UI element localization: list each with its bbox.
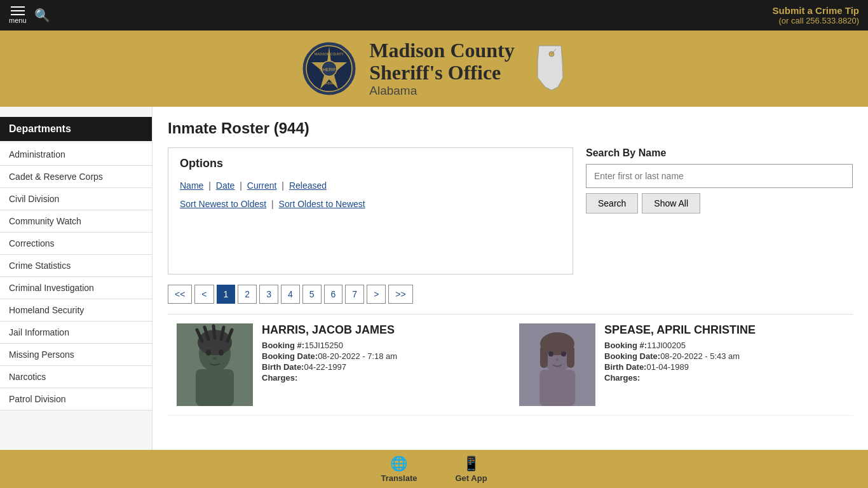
svg-point-29 xyxy=(556,358,559,361)
alabama-map xyxy=(532,43,567,95)
sheriff-badge: SHERIFF MADISON COUNTY ALABAMA xyxy=(301,40,358,97)
inmates-grid: HARRIS, JACOB JAMES Booking #:15JI15250 … xyxy=(168,314,853,416)
inmate-booking-num-spease: Booking #:11JI00205 xyxy=(604,341,844,350)
search-button[interactable]: Search xyxy=(586,193,638,214)
svg-text:ALABAMA: ALABAMA xyxy=(322,81,337,85)
page-first[interactable]: << xyxy=(168,285,192,304)
inmate-info-spease: SPEASE, APRIL CHRISTINE Booking #:11JI00… xyxy=(604,323,844,406)
sort-newest-link[interactable]: Sort Newest to Oldest xyxy=(180,199,266,209)
inmate-birth-date-harris: Birth Date:04-22-1997 xyxy=(262,362,501,372)
svg-point-19 xyxy=(219,350,224,356)
pagination: << < 1 2 3 4 5 6 7 > >> xyxy=(168,285,853,304)
svg-text:MADISON COUNTY: MADISON COUNTY xyxy=(315,52,344,56)
search-box: Search By Name Search Show All xyxy=(586,147,853,214)
page-title: Inmate Roster (944) xyxy=(168,119,853,137)
options-box: Options Name | Date | Current | Released… xyxy=(168,147,573,274)
site-title-line2: Sheriff's Office xyxy=(369,62,501,84)
inmate-booking-date-harris: Booking Date:08-20-2022 - 7:18 am xyxy=(262,351,501,361)
sidebar-item-administration[interactable]: Administration xyxy=(0,144,152,166)
options-links: Name | Date | Current | Released Sort Ne… xyxy=(180,178,561,212)
show-all-button[interactable]: Show All xyxy=(642,193,700,214)
options-search-row: Options Name | Date | Current | Released… xyxy=(168,147,853,274)
svg-rect-26 xyxy=(567,346,574,368)
sidebar-item-civil[interactable]: Civil Division xyxy=(0,188,152,210)
search-icon[interactable]: 🔍 xyxy=(34,8,50,23)
sep4: | xyxy=(271,199,274,209)
hamburger-menu[interactable]: menu xyxy=(9,6,27,24)
options-title: Options xyxy=(180,157,561,170)
site-title-line1: Madison County xyxy=(369,39,515,62)
inmate-photo-spease xyxy=(519,323,595,406)
hamburger-icon xyxy=(11,6,25,15)
svg-point-27 xyxy=(548,351,553,356)
page-5[interactable]: 5 xyxy=(302,285,322,304)
inmate-charges-label-spease: Charges: xyxy=(604,373,844,383)
svg-point-20 xyxy=(213,357,217,360)
sidebar-item-corrections[interactable]: Corrections xyxy=(0,233,152,255)
inmate-booking-num-harris: Booking #:15JI15250 xyxy=(262,341,501,350)
sidebar-title: Departments xyxy=(0,117,152,141)
svg-point-18 xyxy=(206,350,211,356)
content-area: Inmate Roster (944) Options Name | Date … xyxy=(153,107,868,450)
page-7[interactable]: 7 xyxy=(345,285,364,304)
header-content: SHERIFF MADISON COUNTY ALABAMA Madison C… xyxy=(301,39,567,98)
sidebar-item-patrol[interactable]: Patrol Division xyxy=(0,388,152,410)
svg-point-28 xyxy=(561,351,566,356)
page-3[interactable]: 3 xyxy=(259,285,278,304)
sidebar-item-jail[interactable]: Jail Information xyxy=(0,322,152,344)
inmate-info-harris: HARRIS, JACOB JAMES Booking #:15JI15250 … xyxy=(262,323,501,406)
sort-oldest-link[interactable]: Sort Oldest to Newest xyxy=(279,199,365,209)
top-bar: menu 🔍 Submit a Crime Tip (or call 256.5… xyxy=(0,0,868,30)
inmate-card-spease: SPEASE, APRIL CHRISTINE Booking #:11JI00… xyxy=(510,315,853,416)
search-box-title: Search By Name xyxy=(586,147,853,159)
inmate-birth-date-spease: Birth Date:01-04-1989 xyxy=(604,362,844,372)
header-text: Madison County Sheriff's Office Alabama xyxy=(369,39,515,98)
inmate-photo-harris xyxy=(177,323,253,406)
inmate-name-spease: SPEASE, APRIL CHRISTINE xyxy=(604,323,844,337)
svg-rect-23 xyxy=(539,370,575,406)
menu-label: menu xyxy=(9,17,27,24)
page-4[interactable]: 4 xyxy=(281,285,300,304)
page-1[interactable]: 1 xyxy=(217,285,236,304)
inmate-booking-date-spease: Booking Date:08-20-2022 - 5:43 am xyxy=(604,351,844,361)
inmate-charges-label-harris: Charges: xyxy=(262,373,501,383)
page-prev[interactable]: < xyxy=(194,285,214,304)
sidebar-item-crime-stats[interactable]: Crime Statistics xyxy=(0,255,152,277)
page-next[interactable]: > xyxy=(367,285,386,304)
top-bar-left: menu 🔍 xyxy=(9,6,50,24)
page-last[interactable]: >> xyxy=(388,285,412,304)
sort-date-link[interactable]: Date xyxy=(216,180,235,191)
inmate-name-harris: HARRIS, JACOB JAMES xyxy=(262,323,501,337)
sep2: | xyxy=(240,180,242,191)
sidebar-item-criminal[interactable]: Criminal Investigation xyxy=(0,277,152,299)
main-layout: Departments Administration Cadet & Reser… xyxy=(0,107,868,450)
sidebar-item-community[interactable]: Community Watch xyxy=(0,210,152,233)
sidebar-item-cadet[interactable]: Cadet & Reserve Corps xyxy=(0,166,152,188)
crime-tip-phone: (or call 256.533.8820) xyxy=(773,16,859,25)
sort-current-link[interactable]: Current xyxy=(247,180,277,191)
svg-line-15 xyxy=(214,326,215,338)
search-buttons: Search Show All xyxy=(586,193,853,214)
sort-released-link[interactable]: Released xyxy=(289,180,327,191)
site-subtitle: Alabama xyxy=(369,84,417,98)
search-input[interactable] xyxy=(586,164,853,188)
svg-text:SHERIFF: SHERIFF xyxy=(320,67,339,72)
sep1: | xyxy=(208,180,211,191)
svg-rect-25 xyxy=(540,346,548,368)
sidebar: Departments Administration Cadet & Reser… xyxy=(0,107,153,450)
site-header: SHERIFF MADISON COUNTY ALABAMA Madison C… xyxy=(0,30,868,107)
sidebar-item-missing[interactable]: Missing Persons xyxy=(0,344,152,366)
sidebar-item-narcotics[interactable]: Narcotics xyxy=(0,366,152,388)
sep3: | xyxy=(281,180,284,191)
svg-rect-11 xyxy=(196,369,234,406)
sort-name-link[interactable]: Name xyxy=(180,180,203,191)
sidebar-item-homeland[interactable]: Homeland Security xyxy=(0,299,152,322)
page-6[interactable]: 6 xyxy=(324,285,343,304)
page-2[interactable]: 2 xyxy=(238,285,257,304)
crime-tip-label[interactable]: Submit a Crime Tip xyxy=(773,5,859,16)
top-bar-right: Submit a Crime Tip (or call 256.533.8820… xyxy=(773,5,859,25)
inmate-card-harris: HARRIS, JACOB JAMES Booking #:15JI15250 … xyxy=(168,315,510,416)
